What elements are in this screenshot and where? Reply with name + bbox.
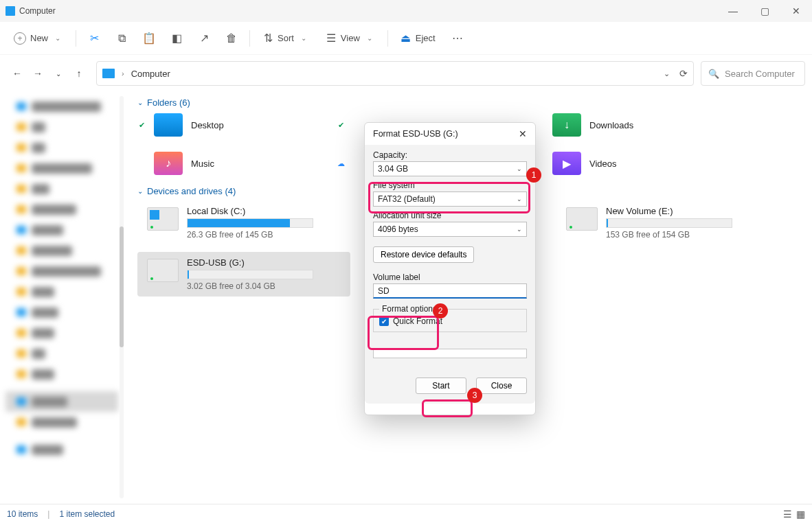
eject-icon: ⏏ [401,33,411,44]
details-view-button[interactable]: ☰ [783,509,792,520]
window-controls: — ▢ ✕ [717,0,812,22]
sidebar-item[interactable]: xxxxx [0,323,124,343]
drive-g[interactable]: ESD-USB (G:) 3.02 GB free of 3.04 GB [137,252,350,297]
folders-header[interactable]: ⌄Folders (6) [137,97,798,108]
chevron-down-icon: ⌄ [137,99,143,106]
annotation-badge-1: 1 [526,167,541,183]
capacity-bar [187,218,313,228]
drive-name: ESD-USB (G:) [187,257,313,268]
drive-e[interactable]: New Volume (E:) 153 GB free of 154 GB [556,200,769,245]
folder-downloads[interactable]: ↓ Downloads [536,112,735,138]
sidebar-item[interactable]: xxxxxxx [0,220,124,240]
sort-icon: ⇅ [262,33,273,44]
alloc-select[interactable]: 4096 bytes⌄ [373,222,527,237]
sidebar-item[interactable]: xxxxx [0,281,124,302]
chevron-down-icon: ⌄ [298,33,309,44]
drive-name: Local Disk (C:) [187,206,313,216]
capacity-bar [187,270,313,279]
sidebar-item[interactable]: xxxxx [0,364,124,384]
monitor-icon [102,69,115,78]
sidebar-item[interactable]: xxxxxxxxx xxxx [0,158,124,178]
separator [387,30,388,47]
chevron-down-icon: ⌄ [517,196,522,202]
sidebar-scrollbar[interactable] [120,96,124,498]
disk-icon [147,207,179,231]
folder-music[interactable]: ♪ Music [137,150,337,176]
capacity-value: 3.04 GB [378,164,408,174]
sidebar-item[interactable]: xxxxxxx [0,439,124,460]
sidebar-item[interactable]: xxxx [0,178,124,199]
minimize-button[interactable]: — [717,0,749,22]
cut-button[interactable]: ✂ [82,29,106,48]
drive-c[interactable]: Local Disk (C:) 26.3 GB free of 145 GB [137,200,350,245]
forward-button[interactable]: → [32,68,44,79]
rename-button[interactable]: ◧ [164,29,189,48]
paste-button[interactable]: 📋 [137,29,161,48]
sort-button[interactable]: ⇅ Sort ⌄ [256,29,316,48]
more-button[interactable]: ⋯ [445,29,470,48]
maximize-button[interactable]: ▢ [749,0,780,22]
search-icon: 🔍 [708,69,719,79]
alloc-value: 4096 bytes [378,224,418,234]
trash-icon: 🗑 [226,33,237,44]
ellipsis-icon: ⋯ [452,33,463,44]
window-title: Computer [19,6,56,16]
restore-defaults-button[interactable]: Restore device defaults [373,246,474,263]
rename-icon: ◧ [171,33,182,44]
search-input[interactable]: 🔍 Search Computer [701,61,805,86]
volume-label-input[interactable]: SD [373,283,527,299]
recent-button[interactable]: ⌄ [52,70,65,78]
eject-button[interactable]: ⏏ Eject [394,29,442,48]
format-options-legend: Format options [379,304,440,314]
copy-button[interactable]: ⧉ [109,29,134,48]
address-bar[interactable]: › Computer ⌄ ⟳ [96,61,694,86]
annotation-badge-3: 3 [467,388,482,403]
delete-button[interactable]: 🗑 [219,29,244,48]
share-button[interactable]: ↗ [192,29,216,48]
tiles-view-button[interactable]: ▦ [796,509,805,520]
separator [76,30,76,47]
sidebar-item[interactable]: xxxxxxxxx [0,240,124,261]
up-button[interactable]: ↑ [73,68,85,79]
breadcrumb[interactable]: Computer [131,69,170,79]
dialog-titlebar: Format ESD-USB (G:) ✕ [365,123,535,145]
quick-format-label: Quick Format [393,316,442,326]
view-button[interactable]: ☰ View ⌄ [319,29,382,48]
sidebar-item[interactable]: xxx [0,117,124,137]
share-icon: ↗ [199,33,210,44]
downloads-icon: ↓ [552,113,581,137]
sidebar-item[interactable]: xxx [0,137,124,158]
dialog-close-button[interactable]: ✕ [519,128,527,139]
sidebar-item[interactable]: xxx [0,343,124,364]
disk-icon [566,207,598,231]
sidebar-item[interactable]: xxxxxx [0,302,124,323]
close-dialog-button[interactable]: Close [476,377,527,394]
sidebar-item-computer[interactable]: xxxxxxxx [5,391,118,412]
dialog-title: Format ESD-USB (G:) [373,129,458,139]
filesystem-label: File system [373,181,527,190]
sidebar-item[interactable]: xxxxxxxxxx [0,199,124,220]
quick-format-checkbox[interactable]: ✔ Quick Format [379,316,521,326]
drive-free: 153 GB free of 154 GB [606,230,732,240]
start-button[interactable]: Start [416,377,466,394]
folder-videos[interactable]: ▶ Videos [536,150,735,176]
volume-label-label: Volume label [373,272,527,282]
capacity-select[interactable]: 3.04 GB⌄ [373,161,527,176]
sidebar-item[interactable]: xxxxxxxxx xxxxxx [0,96,124,117]
close-button[interactable]: ✕ [780,0,812,22]
sidebar-item[interactable]: xxxxx xxxxxxxxxx [0,261,124,281]
chevron-down-icon[interactable]: ⌄ [664,69,670,78]
back-button[interactable]: ← [11,68,23,79]
scissors-icon: ✂ [89,33,100,44]
folder-desktop[interactable]: ✔ Desktop [137,112,337,138]
sidebar-item[interactable]: xxx xxx xxx [0,412,124,432]
clipboard-icon: 📋 [144,33,155,44]
checkbox-checked-icon: ✔ [379,316,389,326]
chevron-right-icon: › [122,69,124,78]
new-label: New [30,33,48,43]
refresh-button[interactable]: ⟳ [679,68,688,79]
new-button[interactable]: + New ⌄ [7,28,70,49]
disk-icon [147,259,179,282]
filesystem-select[interactable]: FAT32 (Default)⌄ [373,191,527,207]
drive-free: 3.02 GB free of 3.04 GB [187,281,313,291]
